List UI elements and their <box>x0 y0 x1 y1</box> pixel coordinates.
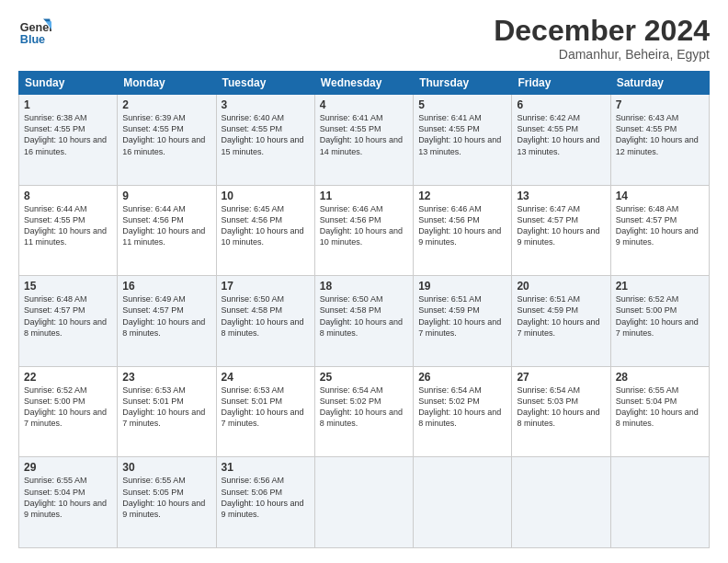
day-info: Sunrise: 6:51 AMSunset: 4:59 PMDaylight:… <box>418 293 506 339</box>
day-number: 9 <box>122 190 210 202</box>
day-number: 10 <box>222 190 310 202</box>
day-info: Sunrise: 6:40 AMSunset: 4:55 PMDaylight:… <box>222 112 310 157</box>
day-cell: 5 Sunrise: 6:41 AMSunset: 4:55 PMDayligh… <box>414 95 512 186</box>
day-cell: 24 Sunrise: 6:53 AMSunset: 5:01 PMDaylig… <box>216 366 314 457</box>
col-header-monday: Monday <box>118 72 216 95</box>
week-row-1: 1 Sunrise: 6:38 AMSunset: 4:55 PMDayligh… <box>19 95 710 186</box>
day-number: 21 <box>616 280 704 293</box>
day-info: Sunrise: 6:54 AMSunset: 5:02 PMDaylight:… <box>320 385 408 430</box>
location: Damanhur, Beheira, Egypt <box>494 47 710 62</box>
day-info: Sunrise: 6:50 AMSunset: 4:58 PMDaylight:… <box>222 293 310 339</box>
day-number: 29 <box>24 461 112 474</box>
day-info: Sunrise: 6:55 AMSunset: 5:04 PMDaylight:… <box>24 475 112 520</box>
day-info: Sunrise: 6:43 AMSunset: 4:55 PMDaylight:… <box>616 112 704 157</box>
title-block: December 2024 Damanhur, Beheira, Egypt <box>494 15 710 62</box>
day-number: 8 <box>24 190 112 202</box>
col-header-tuesday: Tuesday <box>216 72 314 95</box>
day-info: Sunrise: 6:54 AMSunset: 5:03 PMDaylight:… <box>517 385 605 430</box>
day-number: 12 <box>418 190 506 202</box>
day-cell: 4 Sunrise: 6:41 AMSunset: 4:55 PMDayligh… <box>314 95 413 186</box>
day-cell <box>512 457 610 548</box>
day-cell: 31 Sunrise: 6:56 AMSunset: 5:06 PMDaylig… <box>216 457 314 548</box>
col-header-wednesday: Wednesday <box>314 72 413 95</box>
day-number: 30 <box>122 461 210 474</box>
day-cell: 22 Sunrise: 6:52 AMSunset: 5:00 PMDaylig… <box>19 366 118 457</box>
day-number: 22 <box>24 371 112 384</box>
day-cell: 10 Sunrise: 6:45 AMSunset: 4:56 PMDaylig… <box>216 185 314 276</box>
day-number: 6 <box>517 98 605 111</box>
day-info: Sunrise: 6:42 AMSunset: 4:55 PMDaylight:… <box>517 112 605 157</box>
day-cell: 17 Sunrise: 6:50 AMSunset: 4:58 PMDaylig… <box>216 276 314 367</box>
day-number: 17 <box>222 280 310 293</box>
day-number: 16 <box>122 280 210 293</box>
col-header-friday: Friday <box>512 72 610 95</box>
day-cell: 16 Sunrise: 6:49 AMSunset: 4:57 PMDaylig… <box>118 276 216 367</box>
month-title: December 2024 <box>494 15 710 47</box>
day-cell: 23 Sunrise: 6:53 AMSunset: 5:01 PMDaylig… <box>118 366 216 457</box>
day-info: Sunrise: 6:51 AMSunset: 4:59 PMDaylight:… <box>517 293 605 339</box>
day-info: Sunrise: 6:45 AMSunset: 4:56 PMDaylight:… <box>222 203 310 248</box>
day-cell: 29 Sunrise: 6:55 AMSunset: 5:04 PMDaylig… <box>19 457 118 548</box>
day-cell: 6 Sunrise: 6:42 AMSunset: 4:55 PMDayligh… <box>512 95 610 186</box>
day-cell: 25 Sunrise: 6:54 AMSunset: 5:02 PMDaylig… <box>314 366 413 457</box>
day-info: Sunrise: 6:53 AMSunset: 5:01 PMDaylight:… <box>122 385 210 430</box>
day-cell <box>414 457 512 548</box>
day-number: 5 <box>418 98 506 111</box>
week-row-4: 22 Sunrise: 6:52 AMSunset: 5:00 PMDaylig… <box>19 366 710 457</box>
day-cell: 21 Sunrise: 6:52 AMSunset: 5:00 PMDaylig… <box>610 276 709 367</box>
day-info: Sunrise: 6:53 AMSunset: 5:01 PMDaylight:… <box>222 385 310 430</box>
week-row-3: 15 Sunrise: 6:48 AMSunset: 4:57 PMDaylig… <box>19 276 710 367</box>
calendar-table: SundayMondayTuesdayWednesdayThursdayFrid… <box>18 71 710 548</box>
day-cell: 30 Sunrise: 6:55 AMSunset: 5:05 PMDaylig… <box>118 457 216 548</box>
header: General Blue December 2024 Damanhur, Beh… <box>18 15 710 62</box>
day-info: Sunrise: 6:50 AMSunset: 4:58 PMDaylight:… <box>320 293 408 339</box>
day-number: 15 <box>24 280 112 293</box>
day-info: Sunrise: 6:55 AMSunset: 5:04 PMDaylight:… <box>616 385 704 430</box>
day-cell: 27 Sunrise: 6:54 AMSunset: 5:03 PMDaylig… <box>512 366 610 457</box>
day-number: 25 <box>320 371 408 384</box>
day-cell: 14 Sunrise: 6:48 AMSunset: 4:57 PMDaylig… <box>610 185 709 276</box>
day-number: 28 <box>616 371 704 384</box>
week-row-2: 8 Sunrise: 6:44 AMSunset: 4:55 PMDayligh… <box>19 185 710 276</box>
header-row: SundayMondayTuesdayWednesdayThursdayFrid… <box>19 72 710 95</box>
day-number: 23 <box>122 371 210 384</box>
day-cell: 11 Sunrise: 6:46 AMSunset: 4:56 PMDaylig… <box>314 185 413 276</box>
day-info: Sunrise: 6:46 AMSunset: 4:56 PMDaylight:… <box>418 203 506 248</box>
col-header-sunday: Sunday <box>19 72 118 95</box>
day-info: Sunrise: 6:46 AMSunset: 4:56 PMDaylight:… <box>320 203 408 248</box>
day-number: 26 <box>418 371 506 384</box>
day-cell: 19 Sunrise: 6:51 AMSunset: 4:59 PMDaylig… <box>414 276 512 367</box>
day-cell: 18 Sunrise: 6:50 AMSunset: 4:58 PMDaylig… <box>314 276 413 367</box>
day-cell: 7 Sunrise: 6:43 AMSunset: 4:55 PMDayligh… <box>610 95 709 186</box>
day-cell: 28 Sunrise: 6:55 AMSunset: 5:04 PMDaylig… <box>610 366 709 457</box>
day-cell: 2 Sunrise: 6:39 AMSunset: 4:55 PMDayligh… <box>118 95 216 186</box>
day-cell: 12 Sunrise: 6:46 AMSunset: 4:56 PMDaylig… <box>414 185 512 276</box>
day-info: Sunrise: 6:52 AMSunset: 5:00 PMDaylight:… <box>616 293 704 339</box>
day-cell: 8 Sunrise: 6:44 AMSunset: 4:55 PMDayligh… <box>19 185 118 276</box>
day-number: 31 <box>222 461 310 474</box>
col-header-saturday: Saturday <box>610 72 709 95</box>
day-info: Sunrise: 6:47 AMSunset: 4:57 PMDaylight:… <box>517 203 605 248</box>
week-row-5: 29 Sunrise: 6:55 AMSunset: 5:04 PMDaylig… <box>19 457 710 548</box>
day-number: 18 <box>320 280 408 293</box>
day-info: Sunrise: 6:41 AMSunset: 4:55 PMDaylight:… <box>418 112 506 157</box>
day-number: 20 <box>517 280 605 293</box>
day-number: 11 <box>320 190 408 202</box>
day-number: 4 <box>320 98 408 111</box>
day-info: Sunrise: 6:44 AMSunset: 4:56 PMDaylight:… <box>122 203 210 248</box>
day-info: Sunrise: 6:52 AMSunset: 5:00 PMDaylight:… <box>24 385 112 430</box>
day-info: Sunrise: 6:39 AMSunset: 4:55 PMDaylight:… <box>122 112 210 157</box>
day-number: 27 <box>517 371 605 384</box>
logo: General Blue <box>18 15 51 48</box>
day-cell: 9 Sunrise: 6:44 AMSunset: 4:56 PMDayligh… <box>118 185 216 276</box>
day-number: 24 <box>222 371 310 384</box>
day-number: 2 <box>122 98 210 111</box>
logo-icon: General Blue <box>18 15 51 48</box>
day-info: Sunrise: 6:49 AMSunset: 4:57 PMDaylight:… <box>122 293 210 339</box>
day-number: 3 <box>222 98 310 111</box>
svg-text:Blue: Blue <box>20 33 45 46</box>
day-info: Sunrise: 6:55 AMSunset: 5:05 PMDaylight:… <box>122 475 210 520</box>
day-number: 13 <box>517 190 605 202</box>
col-header-thursday: Thursday <box>414 72 512 95</box>
day-number: 7 <box>616 98 704 111</box>
